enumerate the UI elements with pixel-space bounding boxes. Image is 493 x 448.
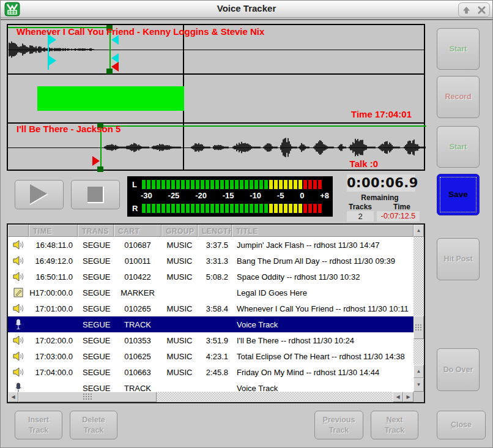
row-cart: 010353: [114, 336, 161, 345]
do-over-button[interactable]: Do Over: [437, 348, 480, 391]
vertical-scroll-track[interactable]: [413, 237, 424, 365]
table-row[interactable]: 16:48:11.0SEGUE010687MUSIC3:37.5Jumpin' …: [8, 237, 413, 253]
row-length: 3:31.3: [198, 256, 231, 266]
row-length: 3:58.4: [198, 304, 231, 313]
row-cart: 010663: [114, 368, 161, 377]
stop-button[interactable]: [71, 180, 120, 209]
table-row[interactable]: 17:04:00.0SEGUE010663MUSIC2:45.8Friday O…: [8, 364, 413, 380]
scroll-right-icon[interactable]: ▶: [403, 392, 413, 402]
track3-start-line: [100, 125, 426, 127]
row-group: MUSIC: [161, 336, 198, 345]
column-header-group[interactable]: GROUP: [161, 225, 198, 237]
table-row[interactable]: 16:50:11.0SEGUE010422MUSIC5:08.2Space Od…: [8, 269, 413, 285]
table-row[interactable]: SEGUETRACKVoice Track: [8, 316, 413, 332]
horizontal-scrollbar[interactable]: ◀ ◀ ▶: [8, 392, 413, 402]
time-label: Time 17:04:01: [351, 109, 412, 119]
row-title: I'll Be There -- rdhost 11/30 10:24: [231, 336, 413, 345]
scroll-up-icon[interactable]: ▲: [413, 225, 424, 237]
close-button[interactable]: Close: [437, 411, 486, 439]
row-trans: SEGUE: [78, 336, 114, 345]
remaining-time-label: Time: [385, 203, 419, 211]
scroll-left-icon[interactable]: ◀: [8, 392, 18, 402]
remaining-time-value: -0:07:12.5: [377, 211, 420, 222]
track3-segue-marker-icon[interactable]: [92, 156, 100, 166]
window-buttons: [458, 2, 490, 17]
meter-left-bar: [142, 180, 328, 189]
close-window-icon[interactable]: [477, 6, 486, 15]
row-title: Friday On My Mind -- rdhost 11/30 14:44: [231, 368, 413, 377]
row-length: 5:08.2: [198, 272, 231, 282]
row-cart: 010687: [114, 241, 161, 250]
row-group: MUSIC: [161, 368, 198, 377]
row-cart: TRACK: [114, 320, 161, 329]
remaining-tracks-value: 2: [347, 211, 374, 222]
title-bar[interactable]: Voice Tracker: [1, 1, 492, 18]
record-button[interactable]: Record: [437, 76, 480, 118]
horizontal-scroll-thumb[interactable]: [18, 392, 157, 402]
vertical-scrollbar[interactable]: ▲ ▲ ▼: [413, 225, 424, 393]
vertical-scroll-thumb[interactable]: [413, 316, 424, 339]
row-title: Bang The Drum All Day -- rdhost 11/30 09…: [231, 256, 413, 266]
shade-window-icon[interactable]: [462, 6, 471, 15]
table-header: TIME TRANS CART GROUP LENGTH TITLE: [8, 225, 413, 237]
delete-track-button[interactable]: DeleteTrack: [70, 411, 117, 439]
column-header-trans[interactable]: TRANS: [78, 225, 114, 237]
talk-label: Talk :0: [253, 159, 378, 169]
column-header-length[interactable]: LENGTH: [198, 225, 232, 237]
track-divider-1: [8, 73, 424, 75]
column-header-icon[interactable]: [8, 225, 29, 237]
table-row[interactable]: 17:02:00.0SEGUE010353MUSIC3:51.9I'll Be …: [8, 332, 413, 348]
row-type-icon: [8, 319, 29, 330]
table-body: 16:48:11.0SEGUE010687MUSIC3:37.5Jumpin' …: [8, 237, 413, 393]
row-group: MUSIC: [161, 256, 198, 266]
row-trans: SEGUE: [78, 304, 114, 313]
track1-zero-axis: [8, 50, 424, 50]
table-row[interactable]: H17:00:00.0SEGUEMARKERLegal ID Goes Here: [8, 285, 413, 301]
row-type-icon: [8, 240, 29, 250]
previous-track-button[interactable]: PreviousTrack: [314, 411, 363, 439]
table-row[interactable]: 17:01:00.0SEGUE010265MUSIC3:58.4Whenever…: [8, 301, 413, 316]
row-time: 17:02:00.0: [29, 336, 78, 345]
segue-marker-icon[interactable]: [111, 62, 119, 72]
column-header-title[interactable]: TITLE: [232, 225, 413, 237]
row-time: 17:04:00.0: [29, 368, 78, 377]
row-group: MUSIC: [161, 304, 198, 313]
track3-marker-handle-bottom[interactable]: [97, 166, 103, 172]
row-time: 16:49:12.0: [29, 256, 78, 266]
play-icon: [29, 184, 50, 206]
row-length: 3:37.5: [198, 241, 231, 250]
speaker-icon: [13, 304, 24, 313]
row-type-icon: [8, 256, 29, 266]
table-row[interactable]: 17:03:00.0SEGUE010625MUSIC4:23.1Total Ec…: [8, 348, 413, 364]
speaker-icon: [13, 335, 24, 345]
next-track-button[interactable]: NextTrack: [371, 411, 418, 439]
insert-track-button[interactable]: InsertTrack: [15, 411, 62, 439]
table-row[interactable]: SEGUETRACKVoice Track: [8, 380, 413, 393]
column-header-cart[interactable]: CART: [114, 225, 161, 237]
window-separator: [1, 19, 492, 20]
voice-track-block[interactable]: [37, 86, 184, 111]
track3-zero-axis: [8, 147, 424, 148]
row-time: 16:50:11.0: [29, 272, 78, 282]
vu-meter: L -30-25-20-15-10-50+8 R: [127, 176, 333, 217]
start-button-2[interactable]: Start: [437, 126, 480, 168]
meter-right-label: R: [132, 204, 142, 213]
window-title: Voice Tracker: [1, 3, 492, 13]
scroll-left2-icon[interactable]: ◀: [393, 392, 403, 402]
elapsed-time-display: 0:00:06.9: [347, 174, 415, 192]
scroll-up2-icon[interactable]: ▲: [413, 365, 424, 378]
row-time: 17:03:00.0: [29, 352, 78, 361]
start-button-1[interactable]: Start: [437, 28, 480, 70]
play-button[interactable]: [15, 180, 64, 209]
hit-post-button[interactable]: Hit Post: [437, 238, 480, 280]
save-button[interactable]: Save: [437, 174, 480, 215]
table-row[interactable]: 16:49:12.0SEGUE010011MUSIC3:31.3Bang The…: [8, 253, 413, 269]
column-header-time[interactable]: TIME: [29, 225, 78, 237]
row-cart: 010422: [114, 272, 161, 282]
meter-scale: -30-25-20-15-10-50+8: [141, 191, 329, 201]
fade-down-marker-icon[interactable]: [49, 56, 56, 65]
waveform-editor[interactable]: Whenever I Call You Friend - Kenny Loggi…: [7, 24, 425, 171]
scroll-down-icon[interactable]: ▼: [413, 378, 424, 392]
row-group: MUSIC: [161, 352, 198, 361]
log-event-list: TIME TRANS CART GROUP LENGTH TITLE 16:48…: [7, 223, 425, 403]
